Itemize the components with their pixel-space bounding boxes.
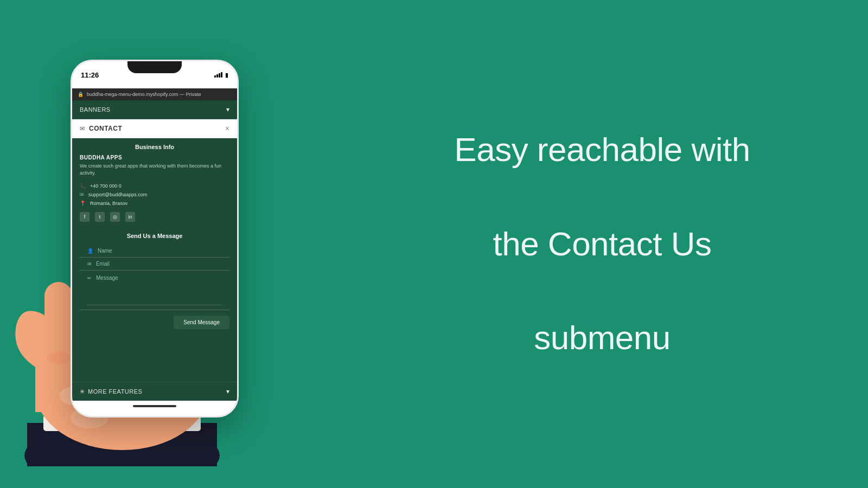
home-bar <box>133 405 176 407</box>
phone-frame: 11:26 ▮ 🔒 buddha-mega-menu-demo.myshopif… <box>71 60 239 418</box>
more-features-row[interactable]: ✳ MORE FEATURES ▾ <box>72 382 237 401</box>
browser-url: buddha-mega-menu-demo.myshopify.com — Pr… <box>87 92 232 97</box>
close-icon[interactable]: × <box>225 124 229 133</box>
headline-line2: the Contact Us <box>454 221 750 268</box>
text-section: Easy reachable with the Contact Us subme… <box>336 94 868 394</box>
headline-line1: Easy reachable with <box>454 126 750 174</box>
business-desc: We create such great apps that working w… <box>72 163 237 182</box>
headline: Easy reachable with the Contact Us subme… <box>454 126 750 362</box>
browser-bar: 🔒 buddha-mega-menu-demo.myshopify.com — … <box>72 88 237 100</box>
edit-icon: ✏ <box>87 275 92 281</box>
headline-line3: submenu <box>454 314 750 362</box>
phone-number: +40 700 000 0 <box>90 183 122 189</box>
twitter-icon[interactable]: t <box>95 212 105 222</box>
email-address: support@buddhaapps.com <box>88 192 147 197</box>
battery-icon: ▮ <box>225 72 228 79</box>
phone-icon: 📞 <box>80 183 86 189</box>
phone-status-icons: ▮ <box>214 72 228 79</box>
business-info-title: Business Info <box>72 138 237 155</box>
linkedin-icon[interactable]: in <box>125 212 135 222</box>
hand-container: 11:26 ▮ 🔒 buddha-mega-menu-demo.myshopif… <box>16 33 320 455</box>
svg-point-10 <box>47 351 71 364</box>
banners-label: BANNERS <box>80 106 111 113</box>
contact-label: CONTACT <box>89 125 122 132</box>
location-icon: 📍 <box>80 201 86 206</box>
email-contact-item: ✉ support@buddhaapps.com <box>72 190 237 199</box>
svg-rect-6 <box>44 282 73 361</box>
send-message-title: Send Us a Message <box>72 228 237 245</box>
message-placeholder: Message <box>96 275 118 281</box>
name-placeholder: Name <box>98 248 112 254</box>
phone-status-bar: 11:26 ▮ <box>72 61 237 88</box>
business-name: BUDDHA APPS <box>72 155 237 163</box>
send-message-button[interactable]: Send Message <box>174 316 229 329</box>
instagram-icon[interactable]: ◎ <box>110 212 120 222</box>
envelope-icon: ✉ <box>80 125 85 132</box>
home-indicator <box>72 401 237 412</box>
more-features-chevron-icon: ▾ <box>226 388 229 395</box>
signal-bars-icon <box>214 72 222 78</box>
email-icon: ✉ <box>80 192 84 197</box>
message-field[interactable]: ✏ Message <box>80 271 229 310</box>
email-placeholder: Email <box>96 261 110 267</box>
phone-contact-item: 📞 +40 700 000 0 <box>72 182 237 190</box>
phone-time: 11:26 <box>81 71 99 79</box>
more-features-label: MORE FEATURES <box>88 388 142 395</box>
phone-notch <box>127 61 182 73</box>
phone-section: 11:26 ▮ 🔒 buddha-mega-menu-demo.myshopif… <box>0 0 336 488</box>
email-field-icon: ✉ <box>87 261 92 267</box>
contact-header: ✉ CONTACT × <box>72 119 237 138</box>
location-text: Romania, Brasov <box>90 201 127 206</box>
banners-row[interactable]: BANNERS ▾ <box>72 100 237 119</box>
phone-content: BANNERS ▾ ✉ CONTACT × Business Info BUDD… <box>72 100 237 401</box>
contact-panel: Business Info BUDDHA APPS We create such… <box>72 138 237 382</box>
person-icon: 👤 <box>87 248 93 254</box>
lock-icon: 🔒 <box>78 92 84 97</box>
chevron-down-icon: ▾ <box>226 106 229 113</box>
more-features-left: ✳ MORE FEATURES <box>80 388 142 395</box>
sparkle-icon: ✳ <box>80 388 85 395</box>
facebook-icon[interactable]: f <box>80 212 90 222</box>
contact-header-left: ✉ CONTACT <box>80 125 122 132</box>
social-row: f t ◎ in <box>72 208 237 228</box>
email-field[interactable]: ✉ Email <box>80 258 229 271</box>
location-contact-item: 📍 Romania, Brasov <box>72 199 237 208</box>
name-field[interactable]: 👤 Name <box>80 245 229 258</box>
